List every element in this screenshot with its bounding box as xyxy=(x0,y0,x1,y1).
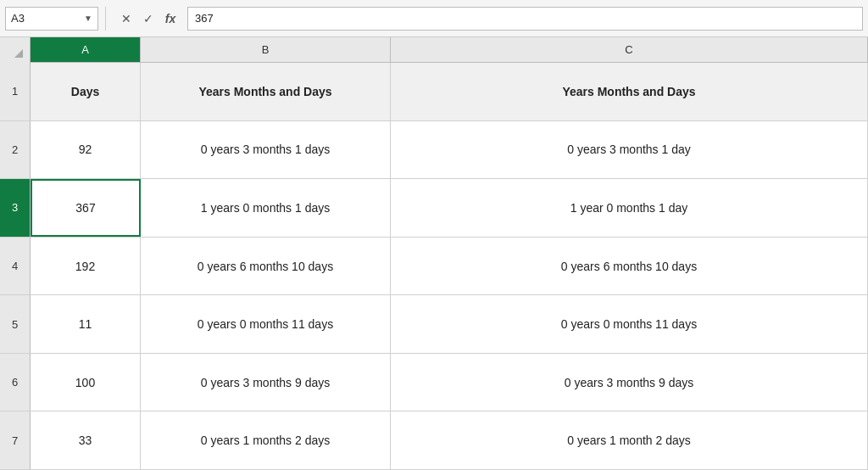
row-header-3[interactable]: 3 xyxy=(0,179,31,237)
row-header-6[interactable]: 6 xyxy=(0,354,31,411)
cell-b6[interactable]: 0 years 3 months 9 days xyxy=(141,354,391,411)
cell-a5[interactable]: 11 xyxy=(31,295,141,353)
cell-b4[interactable]: 0 years 6 months 10 days xyxy=(141,238,391,295)
corner-cell[interactable] xyxy=(0,37,31,63)
confirm-icon[interactable]: ✓ xyxy=(140,12,157,25)
col-header-c[interactable]: C xyxy=(391,37,868,62)
cell-c6[interactable]: 0 years 3 months 9 days xyxy=(391,354,868,411)
cell-a4[interactable]: 192 xyxy=(31,238,141,295)
formula-input[interactable] xyxy=(187,7,863,31)
select-all-triangle xyxy=(14,49,23,58)
row-header-4[interactable]: 4 xyxy=(0,238,31,295)
row-header-5[interactable]: 5 xyxy=(0,295,31,353)
cell-b5[interactable]: 0 years 0 months 11 days xyxy=(141,295,391,353)
name-box-caret: ▼ xyxy=(84,14,92,23)
cell-c2[interactable]: 0 years 3 months 1 day xyxy=(391,121,868,179)
name-box[interactable]: A3 ▼ xyxy=(5,7,98,31)
name-box-value: A3 xyxy=(11,12,25,25)
cancel-icon[interactable]: ✕ xyxy=(118,12,135,25)
cell-c7[interactable]: 0 years 1 month 2 days xyxy=(391,411,868,469)
fx-icon[interactable]: fx xyxy=(162,12,179,25)
data-area: 1 Days Years Months and Days Years Month… xyxy=(0,63,868,470)
table-row: 4 192 0 years 6 months 10 days 0 years 6… xyxy=(0,238,868,296)
cell-b7[interactable]: 0 years 1 months 2 days xyxy=(141,411,391,469)
cell-c5[interactable]: 0 years 0 months 11 days xyxy=(391,295,868,353)
formula-icons: ✕ ✓ fx xyxy=(113,12,184,25)
cell-c4[interactable]: 0 years 6 months 10 days xyxy=(391,238,868,295)
cell-a2[interactable]: 92 xyxy=(31,121,141,179)
formula-separator xyxy=(105,7,106,31)
cell-b1[interactable]: Years Months and Days xyxy=(141,63,391,120)
row-header-2[interactable]: 2 xyxy=(0,121,31,179)
table-row: 6 100 0 years 3 months 9 days 0 years 3 … xyxy=(0,354,868,412)
row-header-1[interactable]: 1 xyxy=(0,63,31,120)
cell-a7[interactable]: 33 xyxy=(31,411,141,469)
col-header-b[interactable]: B xyxy=(141,37,391,62)
cell-a6[interactable]: 100 xyxy=(31,354,141,411)
cell-b2[interactable]: 0 years 3 months 1 days xyxy=(141,121,391,179)
cell-a1[interactable]: Days xyxy=(31,63,141,120)
column-headers: A B C xyxy=(0,37,868,63)
spreadsheet: A B C 1 Days Years Months and Days Years… xyxy=(0,37,868,470)
table-row: 7 33 0 years 1 months 2 days 0 years 1 m… xyxy=(0,411,868,470)
table-row: 1 Days Years Months and Days Years Month… xyxy=(0,63,868,121)
col-header-a[interactable]: A xyxy=(31,37,141,62)
table-row: 3 367 1 years 0 months 1 days 1 year 0 m… xyxy=(0,179,868,238)
cell-a3[interactable]: 367 xyxy=(31,179,141,237)
table-row: 2 92 0 years 3 months 1 days 0 years 3 m… xyxy=(0,121,868,180)
cell-c3[interactable]: 1 year 0 months 1 day xyxy=(391,179,868,237)
formula-bar: A3 ▼ ✕ ✓ fx xyxy=(0,0,868,37)
cell-b3[interactable]: 1 years 0 months 1 days xyxy=(141,179,391,237)
cell-c1[interactable]: Years Months and Days xyxy=(391,63,868,120)
row-header-7[interactable]: 7 xyxy=(0,411,31,469)
table-row: 5 11 0 years 0 months 11 days 0 years 0 … xyxy=(0,295,868,354)
